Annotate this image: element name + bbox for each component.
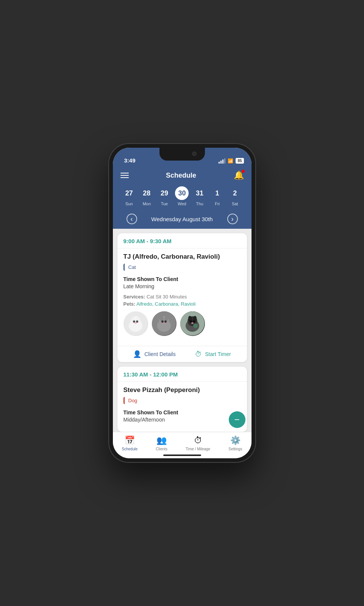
next-day-button[interactable]: › — [227, 214, 238, 224]
svg-point-23 — [191, 322, 194, 324]
calendar-day-31[interactable]: 31 Thu — [193, 186, 206, 206]
nav-settings-label: Settings — [228, 447, 242, 451]
timer-icon: ⏱ — [195, 350, 202, 358]
signal-icon — [219, 158, 225, 164]
nav-time-mileage[interactable]: ⏱ Time / Mileage — [186, 436, 210, 451]
page-title: Schedule — [166, 172, 196, 180]
camera-icon — [192, 152, 197, 156]
svg-point-24 — [193, 323, 198, 328]
calendar-day-2[interactable]: 2 Sat — [228, 186, 242, 206]
header-top: Schedule 🔔 — [120, 170, 244, 180]
app-header: Schedule 🔔 27 Sun 28 Mon 29 Tue — [113, 167, 252, 229]
battery-icon: 85 — [236, 158, 244, 164]
client-details-button-1[interactable]: 👤 Client Details — [133, 350, 175, 358]
pet-photo-alfredo[interactable] — [123, 311, 148, 336]
cal-label-27: Sun — [125, 201, 133, 206]
nav-schedule[interactable]: 📅 Schedule — [122, 436, 138, 451]
cal-num-28: 28 — [140, 186, 153, 200]
cal-label-1: Fri — [215, 201, 220, 206]
prev-day-button[interactable]: ‹ — [127, 214, 137, 224]
time-shown-label-1: Time Shown To Client — [123, 276, 241, 282]
calendar-day-29[interactable]: 29 Tue — [158, 186, 171, 206]
time-shown-val-2: Midday/Afternoon — [123, 417, 241, 423]
services-row-1: Services: Cat Sit 30 Minutes — [123, 294, 241, 300]
notch — [159, 148, 205, 161]
calendar-row: 27 Sun 28 Mon 29 Tue 30 Wed 31 Thu — [120, 186, 244, 211]
nav-settings[interactable]: ⚙️ Settings — [228, 436, 242, 451]
settings-icon: ⚙️ — [230, 436, 241, 445]
pet-photo-carbonara[interactable] — [152, 311, 177, 336]
status-icons: 📶 85 — [219, 158, 244, 164]
person-icon: 👤 — [133, 350, 141, 358]
appt-body-1: TJ (Alfredo, Carbonara, Ravioli) Cat Tim… — [117, 248, 247, 346]
services-label-1: Services: — [123, 294, 145, 300]
clients-icon: 👥 — [156, 436, 167, 445]
cal-num-30: 30 — [175, 186, 189, 200]
time-shown-label-2: Time Shown To Client — [123, 409, 241, 415]
calendar-day-1[interactable]: 1 Fri — [211, 186, 224, 206]
svg-point-13 — [161, 320, 164, 323]
services-val-1: Cat Sit 30 Minutes — [147, 294, 187, 300]
cal-label-30: Wed — [178, 201, 186, 206]
pet-photo-ravioli[interactable] — [180, 311, 205, 336]
appt-footer-1: 👤 Client Details ⏱ Start Timer — [117, 346, 247, 362]
pet-photos-1 — [123, 311, 241, 336]
cal-label-29: Tue — [161, 201, 168, 206]
pets-label-1: Pets: — [123, 301, 136, 307]
appt-body-2: Steve Pizzah (Pepperoni) Dog Time Shown … — [117, 382, 247, 432]
cal-num-2: 2 — [228, 186, 242, 200]
phone-frame: 3:49 📶 85 Schedule — [108, 143, 256, 463]
cal-num-31: 31 — [193, 186, 206, 200]
nav-clients-label: Clients — [156, 447, 167, 451]
nav-schedule-label: Schedule — [122, 447, 138, 451]
appt-client-name-2: Steve Pizzah (Pepperoni) — [123, 386, 241, 394]
cal-label-31: Thu — [196, 201, 203, 206]
svg-point-5 — [133, 320, 135, 323]
pet-type-tag-1: Cat — [123, 264, 140, 271]
calendar-day-28[interactable]: 28 Mon — [140, 186, 153, 206]
nav-row: ‹ Wednesday August 30th › — [120, 211, 244, 229]
appointment-card-2: 11:30 AM - 12:00 PM Steve Pizzah (Pepper… — [117, 367, 247, 432]
menu-button[interactable] — [120, 173, 129, 178]
svg-point-6 — [136, 320, 138, 323]
pets-row-1: Pets: Alfredo, Carbonara, Ravioli — [123, 301, 241, 307]
svg-point-15 — [163, 322, 165, 324]
appt-client-name-1: TJ (Alfredo, Carbonara, Ravioli) — [123, 253, 241, 261]
status-time: 3:49 — [120, 157, 136, 164]
minus-fab-button[interactable]: − — [229, 411, 245, 428]
notification-badge — [242, 170, 245, 173]
calendar-day-27[interactable]: 27 Sun — [122, 186, 136, 206]
current-date-label: Wednesday August 30th — [151, 216, 212, 222]
notifications-button[interactable]: 🔔 — [234, 170, 244, 180]
time-mileage-icon: ⏱ — [194, 436, 202, 445]
start-timer-label-1: Start Timer — [205, 351, 231, 357]
wifi-icon: 📶 — [228, 158, 233, 164]
nav-time-mileage-label: Time / Mileage — [186, 447, 210, 451]
cal-label-28: Mon — [143, 201, 151, 206]
home-indicator[interactable] — [163, 454, 201, 456]
calendar-day-30[interactable]: 30 Wed — [175, 186, 189, 206]
svg-point-7 — [134, 322, 137, 324]
schedule-icon: 📅 — [125, 436, 135, 445]
cal-num-1: 1 — [211, 186, 224, 200]
appt-time-1: 9:00 AM - 9:30 AM — [117, 233, 247, 248]
pets-link-1[interactable]: Alfredo, Carbonara, Ravioli — [136, 301, 195, 307]
appointment-card-1: 9:00 AM - 9:30 AM TJ (Alfredo, Carbonara… — [117, 233, 247, 362]
start-timer-button-1[interactable]: ⏱ Start Timer — [195, 350, 231, 358]
cal-label-2: Sat — [232, 201, 238, 206]
svg-point-14 — [164, 320, 167, 323]
pet-type-tag-2: Dog — [123, 397, 141, 404]
cal-num-27: 27 — [122, 186, 136, 200]
phone-screen: 3:49 📶 85 Schedule — [113, 148, 252, 458]
nav-clients[interactable]: 👥 Clients — [156, 436, 167, 451]
time-shown-val-1: Late Morning — [123, 283, 241, 289]
appt-time-2: 11:30 AM - 12:00 PM — [117, 367, 247, 382]
client-details-label-1: Client Details — [144, 351, 175, 357]
cal-num-29: 29 — [158, 186, 171, 200]
